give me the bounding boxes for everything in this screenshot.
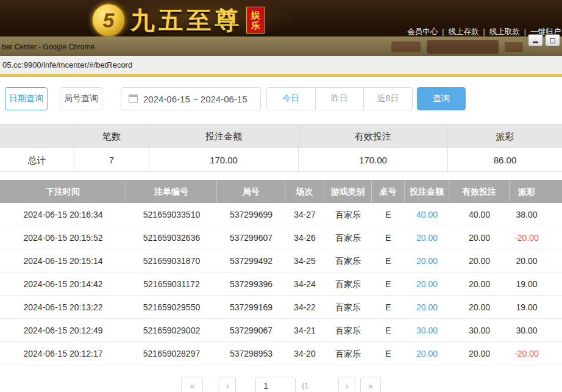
column-header-table-no: 桌号	[372, 180, 405, 203]
cell-payout: 20.00	[510, 249, 562, 273]
nav-deposit-link[interactable]: 线上存款	[449, 27, 479, 36]
summary-header-bet-amount: 投注金额	[149, 124, 299, 148]
calendar-icon	[129, 94, 138, 103]
date-range-value: 2024-06-15 ~ 2024-06-15	[143, 94, 247, 104]
yesterday-button[interactable]: 昨日	[316, 88, 365, 110]
summary-total-payout: 86.00	[448, 148, 562, 172]
bet-table-body: 2024-06-15 20:16:34521659033510537299699…	[0, 203, 562, 365]
bet-table-header: 下注时间注单编号局号场次游戏类别桌号投注金额有效投注派彩	[0, 180, 562, 203]
date-range-input[interactable]: 2024-06-15 ~ 2024-06-15	[121, 87, 261, 110]
url-text[interactable]: 05.cc:9900/infe/mcenter/#/betRecord	[0, 56, 132, 74]
summary-total-bet-amount: 170.00	[149, 148, 299, 172]
summary-header-valid-bet: 有效投注	[299, 124, 448, 148]
nav-separator: |	[483, 27, 485, 36]
column-header-round-no: 局号	[217, 180, 285, 203]
pagination: « ‹ (1 › »	[0, 377, 562, 392]
cell-valid-bet: 20.00	[449, 296, 510, 319]
maximize-icon	[550, 38, 555, 43]
cell-round-no: 537299492	[217, 249, 285, 273]
cell-session: 34-26	[285, 226, 324, 249]
cell-round-no: 537299396	[217, 273, 285, 296]
cell-bet-amount[interactable]: 20.00	[405, 342, 449, 365]
cell-bet-time: 2024-06-15 20:15:14	[0, 249, 126, 273]
prev-page-button[interactable]: ‹	[219, 377, 236, 392]
cell-session: 34-20	[285, 342, 324, 365]
cell-order-no: 521659032636	[126, 226, 217, 249]
last-8-days-button[interactable]: 近8日	[364, 88, 412, 110]
cell-bet-time: 2024-06-15 20:15:52	[0, 226, 126, 249]
summary-header-row: 笔数 投注金额 有效投注 派彩	[0, 124, 562, 148]
last-page-button[interactable]: »	[360, 377, 381, 392]
cell-bet-amount[interactable]: 40.00	[405, 203, 449, 226]
cell-game-type: 百家乐	[324, 342, 372, 365]
cell-payout: 19.00	[510, 296, 562, 319]
cell-order-no: 521659028297	[126, 342, 217, 365]
first-page-button[interactable]: «	[181, 377, 203, 392]
cell-bet-time: 2024-06-15 20:14:42	[0, 273, 126, 296]
window-titlebar[interactable]: ber Center - Google Chrome	[0, 37, 562, 56]
page-input[interactable]	[255, 377, 296, 392]
cell-round-no: 537299067	[217, 319, 285, 342]
nav-separator: |	[524, 27, 526, 36]
cell-table-no: E	[372, 342, 405, 365]
cell-round-no: 537299699	[217, 203, 285, 226]
cell-bet-amount[interactable]: 20.00	[405, 296, 449, 319]
titlebar-glass-artifact	[505, 42, 523, 52]
summary-header-empty	[0, 124, 74, 148]
cell-game-type: 百家乐	[324, 226, 372, 249]
cell-table-no: E	[372, 319, 405, 342]
table-row: 2024-06-15 20:16:34521659033510537299699…	[0, 203, 562, 226]
column-header-session: 场次	[285, 180, 324, 203]
summary-total-label: 总计	[0, 148, 74, 172]
titlebar-glass-artifact	[427, 40, 499, 54]
minimize-icon	[533, 41, 538, 43]
cell-payout: -20.00	[510, 342, 562, 365]
cell-order-no: 521659031870	[126, 249, 217, 273]
table-row: 2024-06-15 20:15:52521659032636537299607…	[0, 226, 562, 249]
bet-record-table: 下注时间注单编号局号场次游戏类别桌号投注金额有效投注派彩 2024-06-15 …	[0, 180, 562, 365]
table-row: 2024-06-15 20:15:14521659031870537299492…	[0, 249, 562, 273]
filter-bar: 日期查询 局号查询 2024-06-15 ~ 2024-06-15 今日 昨日 …	[0, 87, 562, 110]
table-row: 2024-06-15 20:13:22521659029550537299169…	[0, 296, 562, 319]
logo-badge: 娱 乐	[246, 7, 265, 34]
cell-payout: 30.00	[510, 319, 562, 342]
cell-session: 34-25	[285, 249, 324, 273]
cell-bet-time: 2024-06-15 20:12:49	[0, 319, 126, 342]
date-query-tab[interactable]: 日期查询	[5, 87, 48, 110]
minimize-button[interactable]	[528, 34, 543, 46]
quick-range-group: 今日 昨日 近8日	[266, 87, 413, 110]
table-row: 2024-06-15 20:12:49521659029002537299067…	[0, 319, 562, 342]
round-query-tab[interactable]: 局号查询	[60, 87, 102, 110]
cell-bet-time: 2024-06-15 20:13:22	[0, 296, 126, 319]
window-title: ber Center - Google Chrome	[2, 37, 94, 57]
column-header-game-type: 游戏类别	[324, 180, 372, 203]
cell-round-no: 537299607	[217, 226, 285, 249]
summary-header-payout: 派彩	[448, 124, 562, 148]
search-button[interactable]: 查询	[417, 87, 466, 110]
address-bar[interactable]: 05.cc:9900/infe/mcenter/#/betRecord	[0, 56, 562, 74]
coin-logo-icon: 5	[91, 3, 126, 37]
cell-payout: 19.00	[510, 273, 562, 296]
coin-number: 5	[103, 9, 115, 32]
site-logo: 5 九五至尊 娱 乐	[91, 1, 265, 39]
nav-withdraw-link[interactable]: 线上取款	[489, 27, 520, 36]
cell-round-no: 537299169	[217, 296, 285, 319]
next-page-button[interactable]: ›	[338, 377, 355, 392]
cell-order-no: 521659029002	[126, 319, 217, 342]
cell-valid-bet: 20.00	[449, 342, 510, 365]
today-button[interactable]: 今日	[267, 88, 316, 110]
cell-session: 34-24	[285, 273, 324, 296]
nav-member-center-link[interactable]: 会员中心	[407, 27, 438, 36]
maximize-button[interactable]	[545, 34, 560, 46]
cell-valid-bet: 40.00	[449, 203, 510, 226]
cell-payout: -20.00	[510, 226, 562, 249]
cell-bet-amount[interactable]: 20.00	[405, 249, 449, 273]
cell-session: 34-21	[285, 319, 324, 342]
table-row: 2024-06-15 20:14:42521659031172537299396…	[0, 273, 562, 296]
cell-session: 34-27	[285, 203, 324, 226]
cell-table-no: E	[372, 249, 405, 273]
summary-table: 笔数 投注金额 有效投注 派彩 总计 7 170.00 170.00 86.00	[0, 124, 562, 172]
cell-bet-amount[interactable]: 20.00	[405, 226, 449, 249]
cell-bet-amount[interactable]: 20.00	[405, 273, 449, 296]
cell-bet-amount[interactable]: 30.00	[405, 319, 449, 342]
